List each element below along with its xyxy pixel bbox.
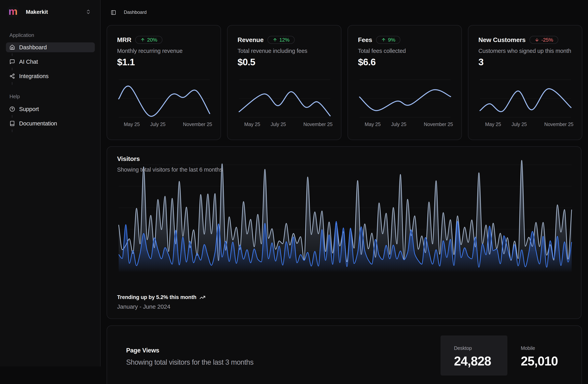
stat-card-title-row: MRR 20% [117, 36, 162, 44]
stat-card-title-row: New Customers -25% [478, 36, 558, 44]
sidebar-group-label-help: Help [9, 93, 20, 100]
stat-card-title: New Customers [478, 36, 525, 44]
trend-badge-value: 20% [147, 37, 157, 43]
chevrons-up-down-icon[interactable] [85, 9, 91, 15]
page-views-title: Page Views [126, 347, 159, 354]
sidebar-toggle-icon[interactable] [111, 10, 116, 15]
trend-badge: -25% [529, 36, 558, 44]
sidebar-separator-tick [12, 68, 12, 70]
visitors-trend: Trending up by 5.2% this month [117, 294, 205, 300]
stat-card-fees: Fees 9% Total fees collected $6.6 May 25… [348, 25, 462, 140]
sidebar-item-label: Support [19, 106, 39, 113]
book-icon [9, 121, 15, 126]
chat-icon [9, 59, 15, 65]
x-axis-tick-label: November 25 [424, 121, 453, 127]
trend-badge-value: 12% [279, 37, 289, 43]
main-content: Dashboard MRR 20% Monthly recurring reve… [101, 0, 588, 384]
x-axis-tick-label: November 25 [303, 121, 333, 127]
x-axis-tick-label: July 25 [511, 121, 527, 127]
x-axis-tick-label: November 25 [544, 121, 573, 127]
sidebar-item-label: Documentation [19, 120, 57, 127]
stat-card-title: Fees [358, 36, 372, 44]
trend-badge: 12% [268, 36, 294, 44]
x-axis-tick-label: July 25 [150, 121, 166, 127]
sidebar-separator-tick [12, 82, 12, 85]
org-switcher[interactable]: m Makerkit [7, 6, 94, 17]
stat-card-value: $6.6 [358, 57, 376, 68]
page-views-stats: Desktop 24,828 Mobile 25,010 [441, 336, 574, 376]
sidebar-item-label: Dashboard [19, 44, 47, 51]
visitors-description: Showing total visitors for the last 6 mo… [117, 166, 223, 173]
stat-value: 25,010 [521, 354, 574, 368]
stat-card-value: $0.5 [237, 57, 255, 68]
x-axis-tick-label: May 25 [485, 121, 501, 127]
stat-card-description: Monthly recurring revenue [117, 48, 183, 54]
sidebar-group-label-application: Application [9, 32, 34, 38]
visitors-card: Visitors Showing total visitors for the … [107, 146, 582, 319]
stat-value: 24,828 [454, 354, 507, 368]
sidebar-separator-tick [12, 115, 12, 118]
stat-card-title: MRR [117, 36, 131, 44]
stat-label: Desktop [454, 345, 507, 351]
arrow-up-icon [140, 38, 145, 42]
x-axis-tick-label: July 25 [391, 121, 406, 127]
sidebar-item-support[interactable]: Support [6, 104, 95, 114]
stat-card-sparkline [359, 80, 451, 117]
stat-card-sparkline [239, 80, 330, 117]
trend-badge-value: 9% [388, 37, 395, 43]
stat-card-new-customers: New Customers -25% Customers who signed … [468, 25, 582, 140]
stat-card-sparkline [119, 80, 210, 117]
stat-card-title-row: Fees 9% [358, 36, 400, 44]
help-circle-icon [9, 106, 15, 112]
trending-up-icon [199, 294, 205, 300]
sidebar-item-ai-chat[interactable]: AI Chat [6, 57, 95, 67]
share-icon [9, 73, 15, 79]
brand-name: Makerkit [26, 9, 48, 15]
x-axis-tick-label: July 25 [271, 121, 286, 127]
stat-card-revenue: Revenue 12% Total revenue including fees… [227, 25, 341, 140]
visitors-period: January - June 2024 [117, 303, 170, 310]
stat-card-value: 3 [478, 57, 483, 68]
page-views-stat-mobile[interactable]: Mobile 25,010 [507, 336, 574, 376]
x-axis-tick-label: May 25 [244, 121, 260, 127]
stat-label: Mobile [521, 345, 574, 351]
stat-card-title-row: Revenue 12% [237, 36, 295, 44]
sidebar-item-integrations[interactable]: Integrations [6, 71, 95, 81]
sidebar-item-dashboard[interactable]: Dashboard [6, 42, 95, 52]
visitors-title: Visitors [117, 155, 140, 162]
x-axis-tick-label: May 25 [365, 121, 381, 127]
sidebar-item-label: AI Chat [19, 59, 38, 65]
makerkit-logo: m [7, 6, 19, 17]
arrow-down-icon [535, 38, 539, 42]
sidebar-separator-tick [12, 53, 12, 56]
trend-badge: 9% [376, 36, 400, 44]
sidebar-item-documentation[interactable]: Documentation [6, 118, 95, 128]
visitors-trend-text: Trending up by 5.2% this month [117, 294, 196, 300]
arrow-up-icon [381, 38, 386, 42]
x-axis-tick-label: May 25 [124, 121, 140, 127]
sidebar-item-label: Integrations [19, 73, 48, 79]
stat-card-value: $1.1 [117, 57, 135, 68]
trend-badge: 20% [135, 36, 162, 44]
sidebar-separator-tick [12, 129, 12, 132]
sidebar: m Makerkit Application Dashboard AI Chat… [0, 0, 101, 366]
page-views-card: Page Views Showing total visitors for th… [107, 325, 582, 384]
trend-badge-value: -25% [541, 37, 553, 43]
page-views-stat-desktop[interactable]: Desktop 24,828 [441, 336, 507, 376]
arrow-up-icon [273, 38, 277, 42]
home-icon [9, 45, 15, 50]
stat-card-title: Revenue [237, 36, 264, 44]
stat-card-description: Total fees collected [358, 48, 406, 54]
stat-card-mrr: MRR 20% Monthly recurring revenue $1.1 M… [107, 25, 221, 140]
stat-card-sparkline [480, 80, 571, 117]
page-views-description: Showing total visitors for the last 3 mo… [126, 358, 253, 366]
x-axis-tick-label: November 25 [183, 121, 212, 127]
page-title: Dashboard [124, 9, 147, 15]
topbar: Dashboard [101, 0, 588, 25]
stat-card-description: Total revenue including fees [237, 48, 307, 54]
stat-card-description: Customers who signed up this month [478, 48, 571, 54]
logo-letter: m [8, 6, 18, 16]
